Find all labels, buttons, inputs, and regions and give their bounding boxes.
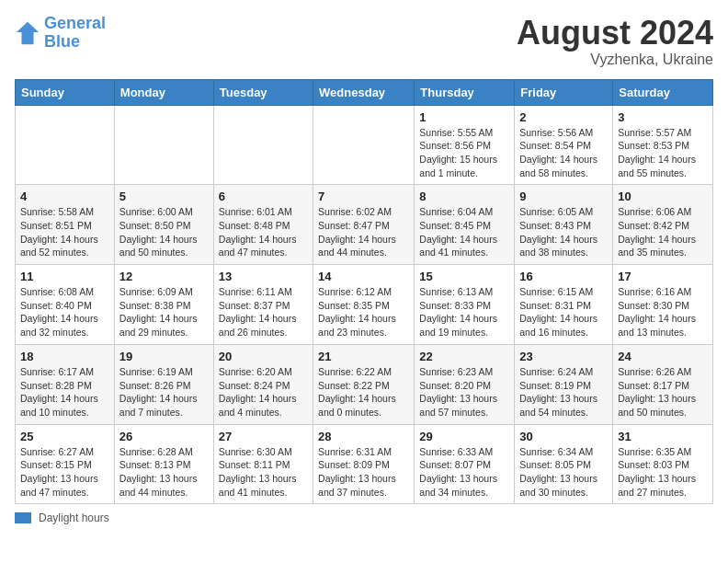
calendar-cell: 25Sunrise: 6:27 AM Sunset: 8:15 PM Dayli… bbox=[16, 424, 115, 504]
day-number: 5 bbox=[119, 190, 209, 203]
day-info: Sunrise: 6:30 AM Sunset: 8:11 PM Dayligh… bbox=[219, 445, 308, 500]
calendar-cell: 4Sunrise: 5:58 AM Sunset: 8:51 PM Daylig… bbox=[16, 185, 115, 265]
day-info: Sunrise: 6:26 AM Sunset: 8:17 PM Dayligh… bbox=[618, 365, 708, 419]
calendar-cell: 26Sunrise: 6:28 AM Sunset: 8:13 PM Dayli… bbox=[114, 424, 213, 504]
legend: Daylight hours bbox=[15, 511, 713, 524]
logo-text: General Blue bbox=[44, 15, 106, 52]
day-number: 27 bbox=[219, 430, 308, 443]
calendar-cell: 20Sunrise: 6:20 AM Sunset: 8:24 PM Dayli… bbox=[213, 344, 313, 424]
calendar-cell: 14Sunrise: 6:12 AM Sunset: 8:35 PM Dayli… bbox=[313, 265, 415, 345]
day-info: Sunrise: 6:11 AM Sunset: 8:37 PM Dayligh… bbox=[219, 285, 308, 339]
calendar-cell: 24Sunrise: 6:26 AM Sunset: 8:17 PM Dayli… bbox=[613, 344, 713, 424]
calendar-cell bbox=[213, 105, 313, 185]
day-number: 1 bbox=[419, 110, 509, 124]
page-header: General Blue August 2024 Vyzhenka, Ukrai… bbox=[15, 15, 713, 68]
day-number: 15 bbox=[419, 270, 509, 283]
calendar-table: SundayMondayTuesdayWednesdayThursdayFrid… bbox=[15, 79, 713, 505]
day-info: Sunrise: 6:00 AM Sunset: 8:50 PM Dayligh… bbox=[119, 205, 209, 259]
calendar-body: 1Sunrise: 5:55 AM Sunset: 8:56 PM Daylig… bbox=[16, 105, 713, 504]
day-number: 12 bbox=[119, 270, 209, 283]
calendar-week-2: 11Sunrise: 6:08 AM Sunset: 8:40 PM Dayli… bbox=[16, 265, 713, 345]
legend-color-box bbox=[15, 512, 31, 523]
day-number: 17 bbox=[618, 270, 708, 283]
legend-label: Daylight hours bbox=[39, 511, 109, 524]
day-info: Sunrise: 6:17 AM Sunset: 8:28 PM Dayligh… bbox=[20, 365, 109, 419]
day-info: Sunrise: 6:12 AM Sunset: 8:35 PM Dayligh… bbox=[318, 285, 409, 339]
day-info: Sunrise: 6:33 AM Sunset: 8:07 PM Dayligh… bbox=[419, 445, 509, 500]
calendar-cell: 10Sunrise: 6:06 AM Sunset: 8:42 PM Dayli… bbox=[613, 185, 713, 265]
day-number: 30 bbox=[519, 430, 608, 443]
day-number: 18 bbox=[20, 350, 109, 363]
day-number: 23 bbox=[519, 350, 608, 363]
day-info: Sunrise: 6:19 AM Sunset: 8:26 PM Dayligh… bbox=[119, 365, 209, 419]
day-number: 11 bbox=[20, 270, 109, 283]
main-title: August 2024 bbox=[517, 15, 713, 52]
day-info: Sunrise: 6:31 AM Sunset: 8:09 PM Dayligh… bbox=[318, 445, 409, 500]
day-info: Sunrise: 6:24 AM Sunset: 8:19 PM Dayligh… bbox=[519, 365, 608, 419]
day-number: 24 bbox=[618, 350, 708, 363]
day-number: 22 bbox=[419, 350, 509, 363]
day-number: 6 bbox=[219, 190, 308, 203]
calendar-week-1: 4Sunrise: 5:58 AM Sunset: 8:51 PM Daylig… bbox=[16, 185, 713, 265]
calendar-week-4: 25Sunrise: 6:27 AM Sunset: 8:15 PM Dayli… bbox=[16, 424, 713, 504]
day-info: Sunrise: 6:22 AM Sunset: 8:22 PM Dayligh… bbox=[318, 365, 409, 419]
calendar-cell: 16Sunrise: 6:15 AM Sunset: 8:31 PM Dayli… bbox=[515, 265, 613, 345]
day-info: Sunrise: 6:15 AM Sunset: 8:31 PM Dayligh… bbox=[519, 285, 608, 339]
day-number: 29 bbox=[419, 430, 509, 443]
calendar-cell: 21Sunrise: 6:22 AM Sunset: 8:22 PM Dayli… bbox=[313, 344, 415, 424]
calendar-cell: 18Sunrise: 6:17 AM Sunset: 8:28 PM Dayli… bbox=[16, 344, 115, 424]
calendar-cell: 13Sunrise: 6:11 AM Sunset: 8:37 PM Dayli… bbox=[213, 265, 313, 345]
day-info: Sunrise: 6:04 AM Sunset: 8:45 PM Dayligh… bbox=[419, 205, 509, 259]
calendar-cell: 9Sunrise: 6:05 AM Sunset: 8:43 PM Daylig… bbox=[515, 185, 613, 265]
calendar-week-3: 18Sunrise: 6:17 AM Sunset: 8:28 PM Dayli… bbox=[16, 344, 713, 424]
calendar-header-row: SundayMondayTuesdayWednesdayThursdayFrid… bbox=[16, 79, 713, 105]
day-info: Sunrise: 6:08 AM Sunset: 8:40 PM Dayligh… bbox=[20, 285, 109, 339]
calendar-cell: 31Sunrise: 6:35 AM Sunset: 8:03 PM Dayli… bbox=[613, 424, 713, 504]
calendar-cell: 12Sunrise: 6:09 AM Sunset: 8:38 PM Dayli… bbox=[114, 265, 213, 345]
day-info: Sunrise: 6:02 AM Sunset: 8:47 PM Dayligh… bbox=[318, 205, 409, 259]
day-number: 10 bbox=[618, 190, 708, 203]
day-header-tuesday: Tuesday bbox=[213, 79, 313, 105]
day-number: 8 bbox=[419, 190, 509, 203]
day-number: 25 bbox=[20, 430, 109, 443]
day-info: Sunrise: 6:27 AM Sunset: 8:15 PM Dayligh… bbox=[20, 445, 109, 500]
day-number: 3 bbox=[618, 110, 708, 124]
day-header-friday: Friday bbox=[515, 79, 613, 105]
day-number: 31 bbox=[618, 430, 708, 443]
day-number: 9 bbox=[519, 190, 608, 203]
day-number: 21 bbox=[318, 350, 409, 363]
day-info: Sunrise: 6:34 AM Sunset: 8:05 PM Dayligh… bbox=[519, 445, 608, 500]
day-number: 7 bbox=[318, 190, 409, 203]
calendar-cell: 23Sunrise: 6:24 AM Sunset: 8:19 PM Dayli… bbox=[515, 344, 613, 424]
day-number: 4 bbox=[20, 190, 109, 203]
calendar-cell: 17Sunrise: 6:16 AM Sunset: 8:30 PM Dayli… bbox=[613, 265, 713, 345]
day-number: 2 bbox=[519, 110, 608, 124]
calendar-cell: 22Sunrise: 6:23 AM Sunset: 8:20 PM Dayli… bbox=[415, 344, 515, 424]
calendar-cell: 3Sunrise: 5:57 AM Sunset: 8:53 PM Daylig… bbox=[613, 105, 713, 185]
calendar-cell: 8Sunrise: 6:04 AM Sunset: 8:45 PM Daylig… bbox=[415, 185, 515, 265]
day-info: Sunrise: 6:06 AM Sunset: 8:42 PM Dayligh… bbox=[618, 205, 708, 259]
calendar-cell: 30Sunrise: 6:34 AM Sunset: 8:05 PM Dayli… bbox=[515, 424, 613, 504]
day-number: 26 bbox=[119, 430, 209, 443]
calendar-cell: 7Sunrise: 6:02 AM Sunset: 8:47 PM Daylig… bbox=[313, 185, 415, 265]
day-info: Sunrise: 6:05 AM Sunset: 8:43 PM Dayligh… bbox=[519, 205, 608, 259]
day-info: Sunrise: 5:57 AM Sunset: 8:53 PM Dayligh… bbox=[618, 126, 708, 180]
day-info: Sunrise: 6:35 AM Sunset: 8:03 PM Dayligh… bbox=[618, 445, 708, 500]
calendar-cell: 28Sunrise: 6:31 AM Sunset: 8:09 PM Dayli… bbox=[313, 424, 415, 504]
day-info: Sunrise: 5:55 AM Sunset: 8:56 PM Dayligh… bbox=[419, 126, 509, 180]
day-number: 20 bbox=[219, 350, 308, 363]
day-header-monday: Monday bbox=[114, 79, 213, 105]
calendar-cell: 1Sunrise: 5:55 AM Sunset: 8:56 PM Daylig… bbox=[415, 105, 515, 185]
day-number: 16 bbox=[519, 270, 608, 283]
day-header-wednesday: Wednesday bbox=[313, 79, 415, 105]
day-info: Sunrise: 6:23 AM Sunset: 8:20 PM Dayligh… bbox=[419, 365, 509, 419]
day-info: Sunrise: 6:28 AM Sunset: 8:13 PM Dayligh… bbox=[119, 445, 209, 500]
calendar-cell: 5Sunrise: 6:00 AM Sunset: 8:50 PM Daylig… bbox=[114, 185, 213, 265]
calendar-cell: 27Sunrise: 6:30 AM Sunset: 8:11 PM Dayli… bbox=[213, 424, 313, 504]
day-info: Sunrise: 6:13 AM Sunset: 8:33 PM Dayligh… bbox=[419, 285, 509, 339]
day-info: Sunrise: 6:09 AM Sunset: 8:38 PM Dayligh… bbox=[119, 285, 209, 339]
calendar-week-0: 1Sunrise: 5:55 AM Sunset: 8:56 PM Daylig… bbox=[16, 105, 713, 185]
day-info: Sunrise: 6:16 AM Sunset: 8:30 PM Dayligh… bbox=[618, 285, 708, 339]
day-header-saturday: Saturday bbox=[613, 79, 713, 105]
svg-marker-0 bbox=[17, 22, 39, 44]
